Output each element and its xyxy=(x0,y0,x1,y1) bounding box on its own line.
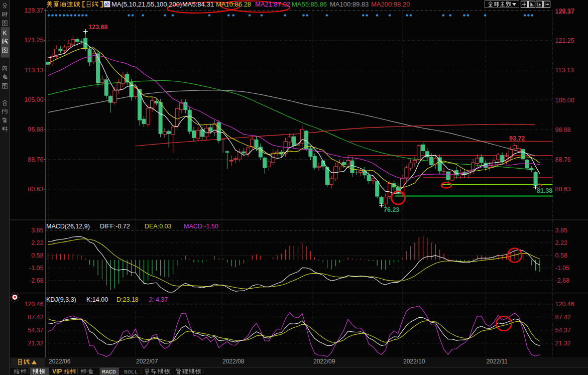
svg-text:J:-4.37: J:-4.37 xyxy=(149,296,168,303)
svg-text:88.76: 88.76 xyxy=(555,156,571,163)
svg-text:DIFF:-0.72: DIFF:-0.72 xyxy=(100,223,130,230)
svg-text:2022/08: 2022/08 xyxy=(222,358,245,365)
svg-text:123.68: 123.68 xyxy=(88,24,107,31)
svg-text:54.37: 54.37 xyxy=(555,327,571,334)
svg-text:3.85: 3.85 xyxy=(31,227,43,234)
svg-text:DEA:0.03: DEA:0.03 xyxy=(145,223,172,230)
svg-text:0.58: 0.58 xyxy=(555,252,567,259)
svg-text:80.63: 80.63 xyxy=(555,186,571,193)
svg-text:121.25: 121.25 xyxy=(24,37,43,44)
svg-text:MA10:86.28: MA10:86.28 xyxy=(216,1,251,8)
svg-text:93.72: 93.72 xyxy=(509,135,525,142)
svg-text:21.32: 21.32 xyxy=(555,340,571,347)
svg-text:MA100:89.83: MA100:89.83 xyxy=(330,1,369,8)
svg-text:76.23: 76.23 xyxy=(384,206,399,213)
svg-text:MACD: MACD xyxy=(102,368,116,375)
svg-text:MA55:85.86: MA55:85.86 xyxy=(292,1,327,8)
svg-text:MA(5,10,21,55,100,200): MA(5,10,21,55,100,200) xyxy=(111,1,182,8)
svg-text:-2.68: -2.68 xyxy=(29,277,44,284)
svg-text:2022/06: 2022/06 xyxy=(49,358,71,365)
svg-text:2.22: 2.22 xyxy=(555,239,567,246)
svg-text:120.46: 120.46 xyxy=(24,301,43,308)
svg-text:-1.05: -1.05 xyxy=(555,265,570,272)
svg-text:120.46: 120.46 xyxy=(555,301,574,308)
svg-text:-2.68: -2.68 xyxy=(555,277,570,284)
svg-text:0.58: 0.58 xyxy=(31,252,43,259)
svg-text:87.42: 87.42 xyxy=(555,314,571,321)
svg-text:129.37: 129.37 xyxy=(24,7,43,14)
svg-text:2.22: 2.22 xyxy=(31,239,43,246)
svg-text:129.37: 129.37 xyxy=(555,9,574,16)
svg-text:88.76: 88.76 xyxy=(28,156,43,163)
svg-text:K:14.00: K:14.00 xyxy=(86,296,108,303)
svg-text:113.13: 113.13 xyxy=(555,67,574,74)
svg-text:KDJ(9,3,3): KDJ(9,3,3) xyxy=(46,296,76,303)
svg-text:2022/11: 2022/11 xyxy=(486,358,508,365)
svg-text:BOLL: BOLL xyxy=(124,368,138,375)
svg-text:96.88: 96.88 xyxy=(555,127,571,134)
svg-text:105.00: 105.00 xyxy=(24,96,43,103)
svg-text:113.13: 113.13 xyxy=(25,67,43,74)
svg-text:96.88: 96.88 xyxy=(28,126,43,133)
svg-text:54.37: 54.37 xyxy=(28,327,43,334)
svg-text:80.63: 80.63 xyxy=(28,186,43,193)
svg-text:121.25: 121.25 xyxy=(555,37,574,44)
svg-text:MA21:87.02: MA21:87.02 xyxy=(255,1,290,8)
svg-text:2022/07: 2022/07 xyxy=(136,358,158,365)
svg-text:21.32: 21.32 xyxy=(28,340,43,347)
svg-text:-1.05: -1.05 xyxy=(29,265,44,272)
svg-text:2022/09: 2022/09 xyxy=(313,358,335,365)
svg-text:81.38: 81.38 xyxy=(537,187,552,194)
svg-text:VIP: VIP xyxy=(52,368,62,375)
svg-text:K: K xyxy=(3,30,7,37)
svg-text:87.42: 87.42 xyxy=(28,314,43,321)
svg-text:MA200:98.20: MA200:98.20 xyxy=(371,1,410,8)
svg-text:MA5:84.31: MA5:84.31 xyxy=(182,1,214,8)
svg-text:3.85: 3.85 xyxy=(555,227,567,234)
svg-text:105.00: 105.00 xyxy=(555,97,574,104)
svg-text:2022/10: 2022/10 xyxy=(403,358,425,365)
svg-text:MACD(26,12,9): MACD(26,12,9) xyxy=(46,223,90,230)
svg-text:MACD:-1.50: MACD:-1.50 xyxy=(184,223,218,230)
svg-text:D:23.18: D:23.18 xyxy=(116,296,139,303)
